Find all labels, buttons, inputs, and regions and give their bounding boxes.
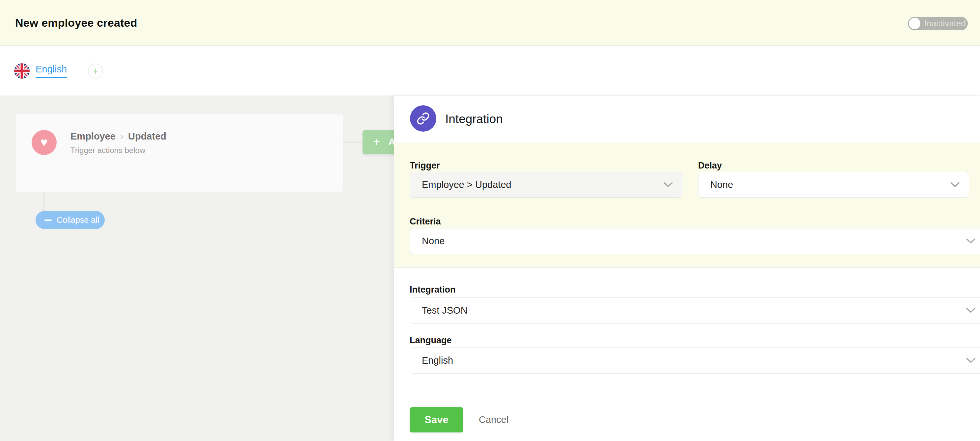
- plus-icon: +: [92, 66, 99, 76]
- chevron-down-icon: [950, 182, 959, 187]
- integration-editor-panel: Integration Trigger Employee > Updated D…: [394, 96, 980, 441]
- chevron-down-icon: [966, 358, 975, 363]
- connector-line-vertical: [43, 192, 45, 212]
- connector-line-horizontal: [343, 141, 364, 143]
- workflow-editor-app: New employee created Inactivated English…: [0, 0, 980, 441]
- cancel-button[interactable]: Cancel: [479, 407, 508, 432]
- uk-flag-icon: [14, 63, 30, 79]
- link-icon: [410, 105, 436, 132]
- integration-select-value: Test JSON: [422, 305, 468, 316]
- criteria-field-label: Criteria: [410, 217, 441, 227]
- trigger-card-title: Employee › Updated: [70, 131, 166, 142]
- minus-icon: [45, 219, 52, 221]
- integration-field-label: Integration: [410, 285, 456, 295]
- status-toggle[interactable]: Inactivated: [908, 17, 968, 30]
- trigger-card-subtitle: Trigger actions below: [70, 146, 145, 155]
- trigger-field-label: Trigger: [410, 160, 440, 171]
- trigger-select[interactable]: Employee > Updated: [410, 172, 682, 198]
- criteria-select[interactable]: None: [410, 228, 980, 254]
- criteria-select-value: None: [422, 236, 445, 246]
- delay-select-value: None: [710, 179, 733, 190]
- chevron-down-icon: [663, 182, 673, 187]
- language-bar: English +: [0, 47, 980, 95]
- panel-header: Integration: [394, 96, 980, 143]
- heart-icon: ♥: [32, 130, 57, 155]
- trigger-event: Updated: [128, 131, 166, 142]
- language-select[interactable]: English: [410, 347, 980, 374]
- chevron-down-icon: [966, 308, 975, 313]
- language-field-label: Language: [410, 335, 452, 346]
- card-divider: [16, 173, 343, 173]
- trigger-card[interactable]: ♥ Employee › Updated Trigger actions bel…: [15, 113, 343, 192]
- toggle-knob[interactable]: [909, 18, 920, 29]
- delay-select[interactable]: None: [698, 172, 969, 198]
- save-button[interactable]: Save: [410, 407, 463, 432]
- delay-field-label: Delay: [698, 160, 722, 171]
- trigger-select-value: Employee > Updated: [422, 179, 511, 190]
- collapse-all-button[interactable]: Collapse all: [35, 211, 105, 229]
- collapse-all-label: Collapse all: [57, 215, 99, 225]
- trigger-entity: Employee: [70, 131, 116, 142]
- status-toggle-label: Inactivated: [924, 18, 966, 29]
- chevron-right-icon: ›: [120, 131, 124, 142]
- language-tab-english[interactable]: English: [35, 64, 67, 78]
- add-language-button[interactable]: +: [88, 63, 103, 79]
- language-select-value: English: [422, 355, 453, 366]
- integration-select[interactable]: Test JSON: [410, 298, 980, 324]
- plus-icon: +: [373, 135, 380, 149]
- panel-title: Integration: [445, 112, 503, 126]
- page-title: New employee created: [15, 16, 137, 29]
- chevron-down-icon: [966, 238, 975, 244]
- page-header: New employee created Inactivated: [0, 0, 980, 46]
